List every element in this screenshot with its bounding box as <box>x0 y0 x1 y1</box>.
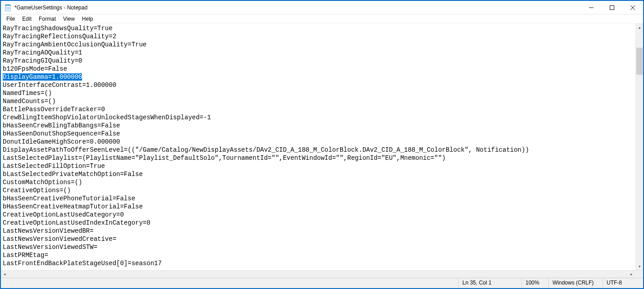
editor-line[interactable]: LastFrontEndBackPlateStageUsed[0]=season… <box>3 259 634 267</box>
editor-line[interactable]: bHasSeenCreativePhoneTutorial=False <box>3 194 634 203</box>
editor-line[interactable]: LastNewsVersionViewedBR= <box>3 227 634 235</box>
status-bar: Ln 35, Col 1 100% Windows (CRLF) UTF-8 <box>1 278 643 288</box>
window-title: *GameUserSettings - Notepad <box>14 5 581 11</box>
editor-line[interactable]: RayTracingGIQuality=0 <box>3 57 634 65</box>
scroll-up-arrow[interactable]: ▴ <box>636 23 644 31</box>
title-bar[interactable]: *GameUserSettings - Notepad <box>1 1 643 14</box>
content-area: RayTracingShadowsQuality=TrueRayTracingR… <box>1 23 643 270</box>
menu-format[interactable]: Format <box>35 15 59 23</box>
status-spacer <box>1 278 458 288</box>
editor-line[interactable]: bHasSeenDonutShopSequence=False <box>3 130 634 138</box>
editor-line[interactable]: bHasSeenCrewBlingTabBangs=False <box>3 122 634 130</box>
editor-line[interactable]: RayTracingReflectionsQuality=2 <box>3 32 634 41</box>
maximize-button[interactable] <box>602 1 622 14</box>
editor-line[interactable]: LastPRMEtag= <box>3 251 634 259</box>
status-line-ending: Windows (CRLF) <box>548 278 603 288</box>
status-encoding: UTF-8 <box>603 278 643 288</box>
scroll-corner <box>635 271 643 278</box>
scroll-right-arrow[interactable]: ▸ <box>628 271 635 278</box>
text-editor[interactable]: RayTracingShadowsQuality=TrueRayTracingR… <box>1 23 635 270</box>
editor-line[interactable]: RayTracingShadowsQuality=True <box>3 24 634 32</box>
editor-line[interactable]: bHasSeenCreativeHeatmapTutorial=False <box>3 203 634 211</box>
editor-line[interactable]: RayTracingAOQuality=1 <box>3 49 634 57</box>
notepad-window: *GameUserSettings - Notepad File Edit Fo… <box>0 0 644 289</box>
editor-line[interactable]: UserInterfaceContrast=1.000000 <box>3 81 634 89</box>
menu-edit[interactable]: Edit <box>18 15 35 23</box>
minimize-button[interactable] <box>581 1 602 14</box>
editor-line[interactable]: NamedCounts=() <box>3 97 634 105</box>
menu-file[interactable]: File <box>3 15 18 23</box>
scroll-thumb-vertical[interactable] <box>636 48 643 75</box>
editor-line[interactable]: CrewBlingItemShopViolatorUnlockedStagesW… <box>3 113 634 122</box>
scroll-down-arrow[interactable]: ▾ <box>636 262 644 270</box>
window-controls <box>581 1 643 14</box>
app-icon <box>5 4 12 11</box>
editor-line[interactable]: DisplayGamma=1.000000 <box>3 73 634 81</box>
editor-line[interactable]: CreativeOptionLastUsedIndexInCategory=0 <box>3 219 634 227</box>
editor-line[interactable]: NamedTimes=() <box>3 89 634 97</box>
status-zoom: 100% <box>521 278 548 288</box>
menu-help[interactable]: Help <box>78 15 97 23</box>
editor-line[interactable]: RayTracingAmbientOcclusionQuality=True <box>3 41 634 49</box>
svg-rect-1 <box>5 5 10 6</box>
scroll-left-arrow[interactable]: ◂ <box>1 271 9 278</box>
close-button[interactable] <box>622 1 643 14</box>
editor-line[interactable]: CreativeOptions=() <box>3 186 634 194</box>
editor-line[interactable]: DisplayAssetPathToOfferSeenLevel=(("/Gam… <box>3 146 634 154</box>
editor-line[interactable]: CustomMatchOptions=() <box>3 178 634 186</box>
editor-line[interactable]: LastSelectedFillOption=True <box>3 162 634 170</box>
editor-line[interactable]: DonutIdleGameHighScore=0.000000 <box>3 138 634 146</box>
editor-line[interactable]: b120FpsMode=False <box>3 65 634 73</box>
menu-bar: File Edit Format View Help <box>1 14 643 23</box>
editor-line[interactable]: BattlePassOverrideTracker=0 <box>3 105 634 113</box>
selected-text[interactable]: DisplayGamma=1.000000 <box>3 73 82 81</box>
status-position: Ln 35, Col 1 <box>458 278 521 288</box>
editor-line[interactable]: LastNewsVersionViewedSTW= <box>3 243 634 251</box>
horizontal-scrollbar[interactable]: ◂ ▸ <box>1 270 643 278</box>
menu-view[interactable]: View <box>59 15 78 23</box>
scroll-track-horizontal[interactable] <box>9 271 628 278</box>
editor-line[interactable]: LastSelectedPlaylist=(PlaylistName="Play… <box>3 154 634 162</box>
editor-line[interactable]: bLastSelectedPrivateMatchOption=False <box>3 170 634 178</box>
editor-line[interactable]: CreativeOptionLastUsedCategory=0 <box>3 211 634 219</box>
vertical-scrollbar[interactable]: ▴ ▾ <box>635 23 643 270</box>
svg-rect-6 <box>610 5 614 9</box>
editor-line[interactable]: LastNewsVersionViewedCreative= <box>3 235 634 243</box>
